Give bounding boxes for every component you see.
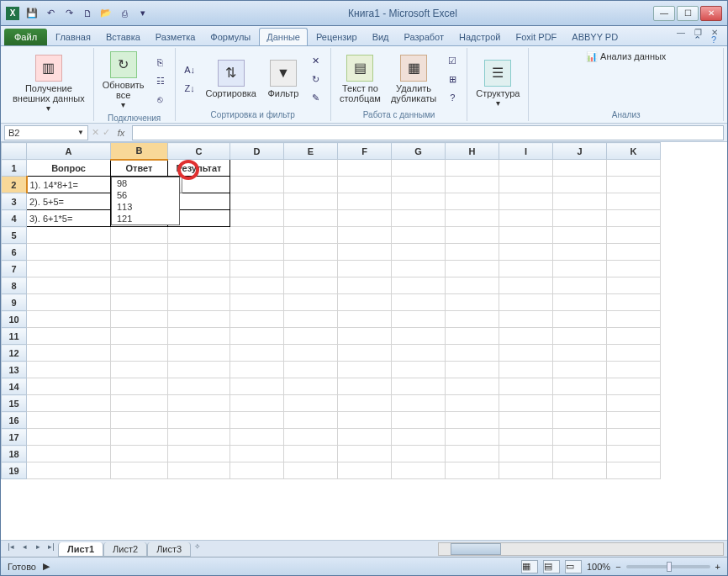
cell-B14[interactable] (111, 378, 168, 395)
sheet-tab-Лист3[interactable]: Лист3 (147, 542, 191, 557)
row-header-19[interactable]: 19 (2, 462, 27, 479)
cell-A4[interactable]: 3). 6+1*5= (27, 210, 111, 227)
cell-J14[interactable] (553, 378, 607, 395)
qat-redo[interactable]: ↷ (61, 5, 77, 22)
cell-H18[interactable] (446, 446, 499, 462)
tab-file[interactable]: Файл (4, 29, 47, 45)
data-validation-button[interactable]: ☑ (443, 52, 462, 69)
zoom-in-button[interactable]: + (715, 562, 720, 572)
cell-B9[interactable] (111, 294, 168, 311)
cell-A17[interactable] (27, 429, 111, 446)
cell-I9[interactable] (499, 294, 553, 311)
col-header-G[interactable]: G (392, 143, 446, 160)
cell-G4[interactable] (392, 210, 446, 227)
cell-I7[interactable] (499, 261, 553, 277)
tab-nav-last[interactable]: ▸| (45, 542, 58, 556)
cell-K9[interactable] (607, 294, 661, 311)
cell-H5[interactable] (446, 227, 499, 244)
cell-F10[interactable] (338, 311, 392, 328)
cell-G18[interactable] (392, 446, 446, 462)
cell-A18[interactable] (27, 446, 111, 462)
cell-H17[interactable] (446, 429, 499, 446)
sort-za-button[interactable]: Z↓ (181, 80, 199, 97)
tab-Вставка[interactable]: Вставка (99, 29, 147, 45)
tab-Главная[interactable]: Главная (49, 29, 98, 45)
col-header-C[interactable]: C (168, 143, 230, 160)
cell-A1[interactable]: Вопрос (27, 160, 111, 177)
cell-I12[interactable] (499, 345, 553, 362)
col-header-D[interactable]: D (230, 143, 284, 160)
cell-F2[interactable] (338, 177, 392, 193)
normal-view-button[interactable]: ▦ (521, 560, 538, 573)
mdi-minimize[interactable]: — (673, 28, 688, 41)
cell-D11[interactable] (230, 328, 284, 345)
cell-F9[interactable] (338, 294, 392, 311)
cell-I17[interactable] (499, 429, 553, 446)
cell-K19[interactable] (607, 462, 661, 479)
col-header-H[interactable]: H (446, 143, 499, 160)
cell-C18[interactable] (168, 446, 230, 462)
cell-E7[interactable] (284, 261, 338, 277)
formula-bar[interactable] (132, 125, 724, 140)
cell-C12[interactable] (168, 345, 230, 362)
cell-A16[interactable] (27, 412, 111, 429)
minimize-button[interactable]: — (653, 6, 675, 21)
cell-A6[interactable] (27, 244, 111, 261)
enter-icon[interactable]: ✓ (103, 127, 110, 138)
col-header-A[interactable]: A (27, 143, 111, 160)
row-header-18[interactable]: 18 (2, 446, 27, 462)
data-analysis-button[interactable]: 📊 Анализ данных (583, 50, 669, 64)
row-header-4[interactable]: 4 (2, 210, 27, 227)
cell-A11[interactable] (27, 328, 111, 345)
row-header-13[interactable]: 13 (2, 362, 27, 378)
cell-E13[interactable] (284, 362, 338, 378)
cell-A10[interactable] (27, 311, 111, 328)
cell-A8[interactable] (27, 277, 111, 294)
row-header-10[interactable]: 10 (2, 311, 27, 328)
cell-E1[interactable] (284, 160, 338, 177)
dropdown-option[interactable]: 98 (112, 177, 179, 189)
cell-J8[interactable] (553, 277, 607, 294)
row-header-3[interactable]: 3 (2, 193, 27, 210)
cell-F16[interactable] (338, 412, 392, 429)
col-header-E[interactable]: E (284, 143, 338, 160)
zoom-slider[interactable] (626, 565, 710, 568)
cell-J4[interactable] (553, 210, 607, 227)
macro-icon[interactable]: ▶ (43, 561, 50, 572)
cell-F7[interactable] (338, 261, 392, 277)
cell-I1[interactable] (499, 160, 553, 177)
cell-B5[interactable] (111, 227, 168, 244)
tab-Формулы[interactable]: Формулы (203, 29, 257, 45)
cell-E3[interactable] (284, 193, 338, 210)
cell-A2[interactable]: 1). 14*8+1= (27, 177, 111, 193)
cell-F12[interactable] (338, 345, 392, 362)
cell-J17[interactable] (553, 429, 607, 446)
cell-K18[interactable] (607, 446, 661, 462)
cell-D19[interactable] (230, 462, 284, 479)
cell-J3[interactable] (553, 193, 607, 210)
cell-E11[interactable] (284, 328, 338, 345)
cell-F14[interactable] (338, 378, 392, 395)
cell-F15[interactable] (338, 395, 392, 412)
cell-F18[interactable] (338, 446, 392, 462)
dropdown-option[interactable]: 121 (112, 213, 179, 225)
cell-I11[interactable] (499, 328, 553, 345)
cell-F6[interactable] (338, 244, 392, 261)
cell-K15[interactable] (607, 395, 661, 412)
text-to-columns-button[interactable]: ▤ Текст по столбцам (336, 53, 384, 105)
row-header-16[interactable]: 16 (2, 412, 27, 429)
cell-J13[interactable] (553, 362, 607, 378)
sheet-tab-Лист1[interactable]: Лист1 (58, 542, 103, 557)
cell-D12[interactable] (230, 345, 284, 362)
cell-H4[interactable] (446, 210, 499, 227)
cell-H6[interactable] (446, 244, 499, 261)
row-header-15[interactable]: 15 (2, 395, 27, 412)
sort-button[interactable]: ⇅ Сортировка (203, 58, 260, 100)
cell-J10[interactable] (553, 311, 607, 328)
cell-K12[interactable] (607, 345, 661, 362)
cell-B1[interactable]: Ответ (111, 160, 168, 177)
cell-J5[interactable] (553, 227, 607, 244)
cell-I13[interactable] (499, 362, 553, 378)
col-header-F[interactable]: F (338, 143, 392, 160)
cell-H19[interactable] (446, 462, 499, 479)
